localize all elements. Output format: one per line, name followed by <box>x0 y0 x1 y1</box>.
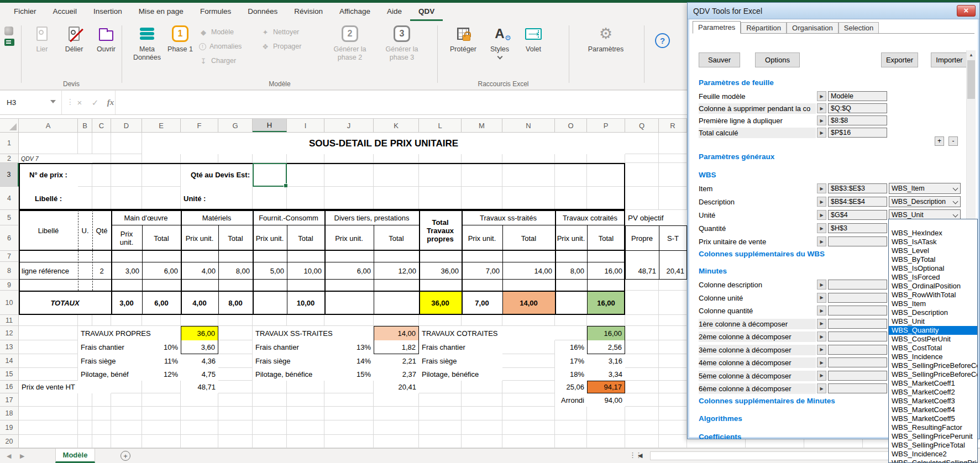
panel-title-bar[interactable]: QDV Tools for Excel × <box>688 3 979 19</box>
cell-B5[interactable]: U. <box>78 210 92 251</box>
column-header-M[interactable]: M <box>462 119 502 132</box>
cell-O15[interactable]: 18% <box>555 368 587 381</box>
cell-M8[interactable]: 7,00 <box>462 262 502 280</box>
sheet-tab-modele[interactable]: Modèle <box>55 449 95 463</box>
cell-O5[interactable]: Travaux cotraités <box>555 210 625 225</box>
column-header-B[interactable]: B <box>78 119 92 132</box>
dropdown-item-wbs_item[interactable]: WBS_Item <box>889 299 977 308</box>
range-input[interactable] <box>828 332 887 341</box>
row-header-3[interactable]: 3 <box>0 163 19 187</box>
sauver-button[interactable]: Sauver <box>699 52 740 67</box>
row-header-9[interactable]: 9 <box>0 280 19 291</box>
dropdown-item-wbs_isatask[interactable]: WBS_IsATask <box>889 238 977 246</box>
column-header-F[interactable]: F <box>181 119 218 132</box>
ribbon-tab-accueil[interactable]: Accueil <box>45 3 86 21</box>
pick-range-button[interactable]: ▶ <box>817 357 826 367</box>
cell-P10[interactable]: 16,00 <box>587 291 625 315</box>
dropdown-item-wbs_isforced[interactable]: WBS_IsForced <box>889 273 977 282</box>
column-header-K[interactable]: K <box>374 119 419 132</box>
range-input[interactable] <box>828 236 887 246</box>
cell-Q5[interactable]: PV objectif <box>625 210 687 225</box>
cell-F15[interactable]: 4,75 <box>181 368 218 381</box>
panel-tab-selection[interactable]: Selection <box>838 22 879 33</box>
scroll-left-icon[interactable]: ◀ <box>638 452 642 459</box>
range-input[interactable] <box>828 306 887 315</box>
dropdown-item-wbs_description[interactable]: WBS_Description <box>889 308 977 317</box>
pick-range-button[interactable]: ▶ <box>817 197 826 207</box>
cell-F4[interactable]: Unité : <box>181 187 218 210</box>
dropdown-item-wbs_isoptional[interactable]: WBS_IsOptional <box>889 264 977 273</box>
cell-N8[interactable]: 14,00 <box>502 262 555 280</box>
dropdown-item-wbs_marketcoeff1[interactable]: WBS_MarketCoeff1 <box>889 379 977 388</box>
cell-I6[interactable]: Total <box>287 225 324 251</box>
cell-F12[interactable]: 36,00 <box>181 326 218 340</box>
cell-Q6[interactable]: Propre <box>625 225 659 251</box>
column-header-G[interactable]: G <box>218 119 253 132</box>
cell-H15[interactable]: Pilotage, bénéfice <box>253 368 324 381</box>
pick-range-button[interactable]: ▶ <box>817 236 826 246</box>
column-header-N[interactable]: N <box>502 119 555 132</box>
enter-check-icon[interactable]: ✓ <box>87 91 103 114</box>
range-input[interactable] <box>828 280 887 290</box>
wbs-name-combobox[interactable]: WBS_Description <box>889 196 961 207</box>
cell-P14[interactable]: 3,16 <box>587 354 625 368</box>
cell-B15[interactable]: Pilotage, bénéf <box>78 368 142 381</box>
cell-F6[interactable]: Prix unit. <box>181 225 218 251</box>
pick-range-button[interactable]: ▶ <box>817 103 826 113</box>
scrollbar-thumb[interactable] <box>967 60 975 99</box>
row-header-15[interactable]: 15 <box>0 368 19 381</box>
cell-P8[interactable]: 16,00 <box>587 262 625 280</box>
dropdown-item-wbs_marketcoeff3[interactable]: WBS_MarketCoeff3 <box>889 397 977 406</box>
cell-L13[interactable]: Frais chantier <box>419 340 502 354</box>
nettoyer-button[interactable]: ✦Nettoyer <box>261 25 299 39</box>
pick-range-button[interactable]: ▶ <box>817 332 826 341</box>
cell-L12[interactable]: TRAVAUX COTRAITES <box>419 326 555 340</box>
pick-range-button[interactable]: ▶ <box>817 293 826 303</box>
cancel-icon[interactable]: × <box>72 91 87 114</box>
panel-tab-organisation[interactable]: Organisation <box>787 22 838 33</box>
cell-P15[interactable]: 3,34 <box>587 368 625 381</box>
cell-O8[interactable]: 8,00 <box>555 262 587 280</box>
row-header-6[interactable]: 6 <box>0 225 19 251</box>
cell-N10[interactable]: 14,00 <box>502 291 555 315</box>
generer-phase3-button[interactable]: 3 Générer la phase 3 <box>377 24 427 62</box>
row-header-13[interactable]: 13 <box>0 340 19 354</box>
cell-J13[interactable]: 13% <box>324 340 374 354</box>
range-input[interactable] <box>828 383 887 393</box>
options-button[interactable]: Options <box>755 52 800 67</box>
cell-O13[interactable]: 16% <box>555 340 587 354</box>
cell-P13[interactable]: 2,56 <box>587 340 625 354</box>
cell-B14[interactable]: Frais siège <box>78 354 142 368</box>
cell-L8[interactable]: 36,00 <box>419 262 462 280</box>
volet-button[interactable]: ⟶ Volet <box>518 24 548 54</box>
help-button[interactable]: ? <box>655 33 670 48</box>
cell-F14[interactable]: 4,36 <box>181 354 218 368</box>
scroll-up-icon[interactable]: ▲ <box>967 50 976 60</box>
parametres-button[interactable]: ⚙ Paramètres <box>584 24 628 54</box>
dropdown-item-wbs_sellingpriceperunit[interactable]: WBS_SellingPricePerunit <box>889 432 977 441</box>
cell-K12[interactable]: 14,00 <box>374 326 419 340</box>
column-header-L[interactable]: L <box>419 119 462 132</box>
cell-L14[interactable]: Frais siège <box>419 354 502 368</box>
prev-sheet-icon[interactable]: ◀ <box>7 453 11 460</box>
dropdown-item-wbs_costtotal[interactable]: WBS_CostTotal <box>889 344 977 352</box>
column-header-J[interactable]: J <box>324 119 374 132</box>
pick-range-button[interactable]: ▶ <box>817 306 826 315</box>
cell-H13[interactable]: Frais chantier <box>253 340 324 354</box>
cell-F13[interactable]: 3,60 <box>181 340 218 354</box>
cell-J14[interactable]: 14% <box>324 354 374 368</box>
dropdown-item-wbs_calculatedsellingpric[interactable]: WBS_CalculatedSellingPric <box>889 459 977 463</box>
row-header-16[interactable]: 16 <box>0 381 19 393</box>
ouvrir-button[interactable]: Ouvrir <box>91 24 122 54</box>
dropdown-item-wbs_ordinalposition[interactable]: WBS_OrdinalPosition <box>889 282 977 291</box>
range-input[interactable] <box>828 357 887 367</box>
column-header-H[interactable]: H <box>253 119 287 132</box>
modele-button[interactable]: ◆Modèle <box>199 25 234 39</box>
dropdown-item-wbs_level[interactable]: WBS_Level <box>889 246 977 255</box>
cell-E1[interactable]: SOUS-DETAIL DE PRIX UNITAIRE <box>142 133 625 154</box>
proteger-button[interactable]: Protéger <box>446 24 481 54</box>
cell-K6[interactable]: Total <box>374 225 419 251</box>
range-input[interactable]: Modèle <box>828 91 887 101</box>
cell-A8[interactable]: ligne référence <box>19 262 78 280</box>
cell-J6[interactable]: Prix unit. <box>324 225 374 251</box>
